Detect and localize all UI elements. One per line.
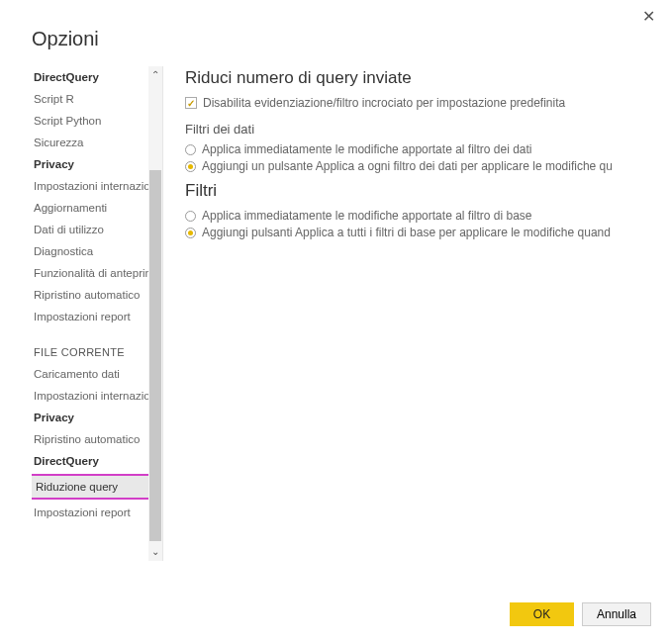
radio-label[interactable]: Aggiungi pulsanti Applica a tutti i filt… — [202, 226, 611, 239]
nav-diagnostica[interactable]: Diagnostica — [32, 240, 150, 262]
scroll-thumb[interactable] — [149, 170, 161, 541]
ok-button[interactable]: OK — [510, 602, 574, 626]
checkbox-disable-crossfilter[interactable] — [185, 97, 197, 109]
close-icon[interactable]: ✕ — [639, 8, 657, 26]
scroll-down-icon[interactable]: ⌄ — [148, 543, 162, 561]
radio-label[interactable]: Aggiungi un pulsante Applica a ogni filt… — [202, 159, 613, 173]
radio-filter-apply[interactable] — [185, 228, 196, 238]
nav-file-riduzione-query[interactable]: Riduzione query — [32, 474, 152, 500]
nav-file-report-settings[interactable]: Impostazioni report — [32, 502, 150, 523]
section-title-reduce: Riduci numero di query inviate — [185, 68, 669, 88]
radio-filter-instant[interactable] — [185, 211, 196, 222]
checkbox-label[interactable]: Disabilita evidenziazione/filtro incroci… — [203, 96, 565, 110]
radio-label[interactable]: Applica immediatamente le modifiche appo… — [202, 142, 532, 156]
nav-preview[interactable]: Funzionalità di anteprima — [32, 262, 150, 284]
radio-slicer-apply[interactable] — [185, 161, 196, 172]
nav-script-python[interactable]: Script Python — [32, 110, 150, 132]
sidebar: DirectQuery Script R Script Python Sicur… — [32, 66, 163, 561]
nav-autorecover[interactable]: Ripristino automatico — [32, 284, 150, 306]
nav-script-r[interactable]: Script R — [32, 88, 150, 110]
scroll-up-icon[interactable]: ⌃ — [148, 66, 162, 84]
radio-label[interactable]: Applica immediatamente le modifiche appo… — [202, 209, 532, 223]
main-panel: Riduci numero di query inviate Disabilit… — [163, 66, 669, 561]
dialog-title: Opzioni — [0, 0, 669, 66]
section-title-slicers: Filtri dei dati — [185, 122, 669, 137]
radio-slicer-instant[interactable] — [185, 144, 196, 155]
nav-directquery[interactable]: DirectQuery — [32, 66, 150, 88]
nav-dati-utilizzo[interactable]: Dati di utilizzo — [32, 219, 150, 240]
nav-file-caricamento[interactable]: Caricamento dati — [32, 363, 150, 385]
nav-header-file: FILE CORRENTE — [32, 341, 150, 363]
nav-sicurezza[interactable]: Sicurezza — [32, 132, 150, 153]
nav-report-settings[interactable]: Impostazioni report — [32, 306, 150, 327]
nav-file-privacy[interactable]: Privacy — [32, 407, 150, 428]
nav-file-intl[interactable]: Impostazioni internazionali — [32, 385, 150, 407]
section-title-filters: Filtri — [185, 181, 669, 201]
nav-file-autorecover[interactable]: Ripristino automatico — [32, 428, 150, 450]
nav-privacy[interactable]: Privacy — [32, 153, 150, 175]
nav-file-directquery[interactable]: DirectQuery — [32, 450, 150, 472]
nav-aggiornamenti[interactable]: Aggiornamenti — [32, 197, 150, 219]
cancel-button[interactable]: Annulla — [582, 602, 651, 626]
scrollbar[interactable]: ⌃ ⌄ — [148, 66, 162, 561]
nav-intl[interactable]: Impostazioni internazionali — [32, 175, 150, 197]
